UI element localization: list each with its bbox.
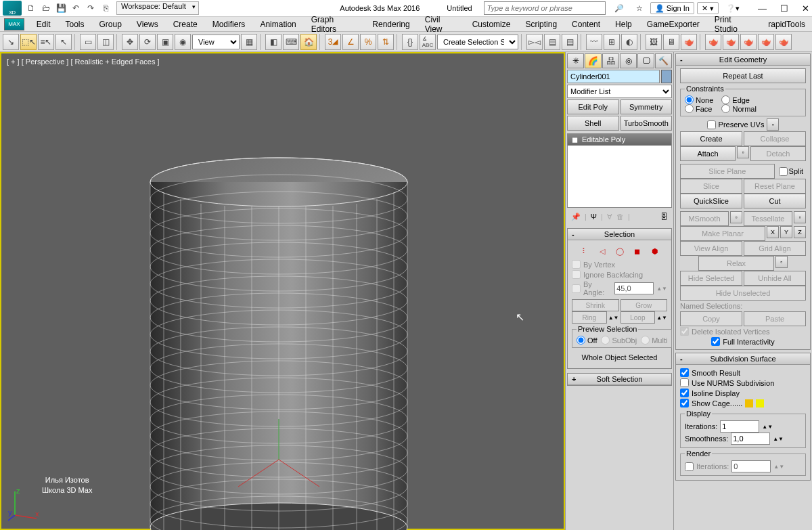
pivot-icon[interactable]: ▦	[241, 34, 257, 50]
smoothness-spinner[interactable]	[731, 433, 770, 445]
star-icon[interactable]: ☆	[631, 1, 648, 15]
smooth-result-checkbox[interactable]	[680, 368, 689, 377]
menu-content[interactable]: Content	[565, 18, 607, 30]
attach-list-icon[interactable]: ▫	[737, 146, 749, 158]
undo-icon[interactable]: ↶	[69, 1, 83, 15]
minimize-icon[interactable]: —	[758, 3, 767, 14]
angle-snap-icon[interactable]: ∠	[342, 34, 359, 50]
menu-customize[interactable]: Customize	[466, 18, 518, 30]
by-angle-checkbox[interactable]	[572, 284, 581, 293]
modifier-stack[interactable]: ◼Editable Poly	[567, 133, 672, 208]
cage-color1[interactable]	[745, 399, 753, 407]
menu-modifiers[interactable]: Modifiers	[206, 18, 252, 30]
app-logo[interactable]: 3D	[3, 1, 22, 16]
copy-button[interactable]: Copy	[680, 311, 742, 326]
slice-button[interactable]: Slice	[680, 179, 742, 194]
paste-button[interactable]: Paste	[744, 311, 806, 326]
signin-button[interactable]: 👤 Sign In	[650, 2, 694, 14]
curve-editor-icon[interactable]: 〰	[586, 34, 602, 50]
tessellate-button[interactable]: Tessellate	[744, 211, 792, 226]
tab-create-icon[interactable]: ✳	[567, 53, 584, 68]
configure-icon[interactable]: 🗄	[660, 213, 668, 221]
editpoly-button[interactable]: Edit Poly	[567, 100, 619, 114]
vertex-icon[interactable]: ⠇	[579, 246, 590, 257]
menu-tools[interactable]: Tools	[58, 18, 91, 30]
keyboard-icon[interactable]: ⌨	[283, 34, 299, 50]
spinner-snap-icon[interactable]: ⇅	[378, 34, 394, 50]
soft-selection-header[interactable]: Soft Selection	[568, 374, 671, 385]
save-icon[interactable]: 💾	[54, 1, 68, 15]
redo-icon[interactable]: ↷	[84, 1, 97, 15]
binoculars-icon[interactable]: 🔎	[610, 1, 629, 15]
use-nurms-checkbox[interactable]	[680, 378, 689, 387]
window-crossing-icon[interactable]: ◫	[97, 34, 114, 50]
search-input[interactable]	[484, 1, 606, 15]
viewport[interactable]: [ + ] [ Perspective ] [ Realistic + Edge…	[0, 52, 565, 530]
workspace-selector[interactable]: Workspace: Default	[116, 1, 199, 15]
polygon-icon[interactable]: ◼	[632, 246, 643, 257]
by-vertex-checkbox[interactable]	[572, 260, 581, 269]
turbosmooth-button[interactable]: TurboSmooth	[621, 116, 673, 131]
relax-button[interactable]: Relax	[698, 256, 774, 271]
teapot2-icon[interactable]: 🫖	[723, 34, 739, 50]
angle-spinner[interactable]	[614, 282, 654, 294]
rect-select-icon[interactable]: ▭	[80, 34, 96, 50]
menu-printstudio[interactable]: Print Studio	[708, 14, 760, 35]
exchange-button[interactable]: ✕ ▾	[697, 2, 719, 14]
edit-named-icon[interactable]: {}	[402, 34, 418, 50]
scale-icon[interactable]: ▣	[157, 34, 173, 50]
new-icon[interactable]: 🗋	[24, 1, 38, 15]
planar-z-button[interactable]: Z	[794, 226, 806, 238]
tab-utilities-icon[interactable]: 🔨	[655, 53, 672, 68]
close-icon[interactable]: ✕	[802, 3, 809, 14]
show-end-icon[interactable]: Ψ	[591, 213, 597, 221]
menu-rapidtools[interactable]: rapidTools	[761, 18, 812, 30]
constraint-face-radio[interactable]	[685, 104, 694, 113]
cage-color2[interactable]	[756, 399, 764, 407]
hide-selected-button[interactable]: Hide Selected	[680, 271, 742, 286]
schematic-icon[interactable]: ⊞	[604, 34, 620, 50]
unique-icon[interactable]: ∀	[607, 213, 612, 221]
render-iterations-spinner[interactable]	[731, 460, 771, 472]
unhide-all-button[interactable]: Unhide All	[744, 271, 806, 286]
viewport-label[interactable]: [ + ] [ Perspective ] [ Realistic + Edge…	[7, 58, 160, 66]
loop-button[interactable]: Loop	[621, 311, 656, 324]
constraint-none-radio[interactable]	[685, 95, 694, 104]
planar-x-button[interactable]: X	[767, 226, 779, 238]
msmooth-button[interactable]: MSmooth	[680, 211, 729, 226]
manip-icon[interactable]: ◧	[265, 34, 281, 50]
constraint-normal-radio[interactable]	[721, 104, 730, 113]
relax-settings-icon[interactable]: ▫	[775, 256, 788, 268]
stack-item[interactable]: ◼Editable Poly	[568, 134, 671, 146]
remove-icon[interactable]: 🗑	[616, 213, 624, 221]
modifier-list-dropdown[interactable]: Modifier List	[567, 85, 672, 98]
teapot5-icon[interactable]: 🫖	[775, 34, 792, 50]
align-icon[interactable]: ▤	[544, 34, 560, 50]
menu-gameexporter[interactable]: GameExporter	[640, 18, 706, 30]
teapot4-icon[interactable]: 🫖	[758, 34, 774, 50]
pin-icon[interactable]: 📌	[571, 213, 581, 221]
subdivision-header[interactable]: Subdivision Surface	[676, 353, 810, 365]
constraint-edge-radio[interactable]	[721, 95, 730, 104]
placement-icon[interactable]: ◉	[175, 34, 191, 50]
select-paint-icon[interactable]: ≡↖	[38, 34, 54, 50]
ref-coord-dropdown[interactable]: View	[192, 35, 240, 49]
border-icon[interactable]: ◯	[614, 246, 625, 257]
tab-hierarchy-icon[interactable]: 品	[602, 53, 619, 68]
planar-y-button[interactable]: Y	[780, 226, 792, 238]
edit-geometry-header[interactable]: Edit Geometry	[676, 54, 810, 66]
slice-plane-button[interactable]: Slice Plane	[680, 164, 775, 179]
element-icon[interactable]: ⬢	[650, 246, 660, 257]
menu-edit[interactable]: Edit	[30, 18, 58, 30]
render-icon[interactable]: 🫖	[681, 34, 697, 50]
view-align-button[interactable]: View Align	[680, 241, 742, 256]
shrink-button[interactable]: Shrink	[572, 299, 619, 311]
show-cage-checkbox[interactable]	[680, 399, 689, 407]
detach-button[interactable]: Detach	[750, 146, 806, 161]
move-icon[interactable]: ✥	[122, 34, 138, 50]
link-icon[interactable]: ⎘	[99, 1, 112, 15]
snap-toggle-icon[interactable]: 3◢	[325, 34, 341, 50]
material-icon[interactable]: ◐	[621, 34, 637, 50]
tab-motion-icon[interactable]: ◎	[620, 53, 637, 68]
preview-subobj-radio[interactable]	[601, 336, 610, 345]
